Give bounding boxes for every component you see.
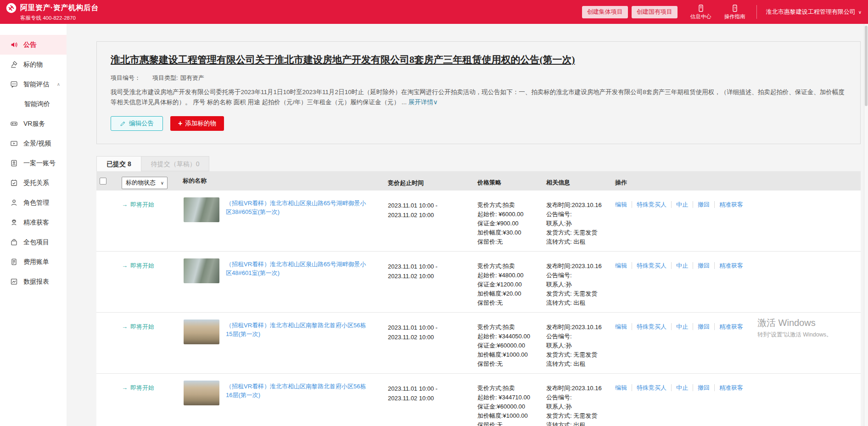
operation-guide[interactable]: ? 操作指南 [724, 4, 745, 20]
listing-photo[interactable] [184, 320, 219, 344]
price-line: 保留价:无 [477, 237, 546, 247]
message-center-icon [697, 4, 705, 12]
account-menu[interactable]: 淮北市惠黎建设工程管理有限公司 ∨ [766, 8, 862, 16]
action-link[interactable]: 中止 [671, 323, 688, 330]
arrow-right-icon: → [122, 262, 128, 269]
info-line: 公告编号: [546, 210, 615, 219]
price-line: 加价幅度:¥20.00 [477, 289, 546, 298]
action-link[interactable]: 撤回 [693, 201, 710, 208]
related-info-cell: 发布时间:2023.10.16公告编号:联系人:孙发货方式: 无需发货流转方式:… [546, 380, 615, 426]
action-link[interactable]: 特殊竞买人 [632, 384, 666, 391]
price-strategy-cell: 竞价方式:拍卖起始价: ¥344050.00保证金:¥60000.00加价幅度:… [477, 319, 546, 369]
gavel-icon [10, 61, 18, 68]
description-text: 我司受淮北市建设房地产开发有限公司委托将于2023年11月1日10时至2023年… [111, 89, 845, 106]
listing-link[interactable]: （招租VR看样）淮北市相山区南黎路北首府小区56栋16层(第一次) [226, 380, 370, 399]
sidebar-item-label: 智能询价 [24, 100, 50, 108]
price-line: 保证金:¥60000.00 [477, 341, 546, 350]
sidebar-item-label: 标的物 [23, 61, 43, 69]
status-text: 即将开始 [130, 201, 154, 208]
action-link[interactable]: 精准获客 [714, 323, 743, 330]
sidebar-item-precise-leads[interactable]: 精准获客 [0, 213, 67, 232]
create-collective-project-button[interactable]: 创建集体项目 [582, 6, 628, 18]
listing-status: →即将开始 [122, 319, 179, 369]
sidebar-item-vr-service[interactable]: VR服务 [0, 114, 67, 134]
listing-photo[interactable] [184, 258, 219, 283]
related-info-cell: 发布时间:2023.10.16公告编号:联系人:孙发货方式: 无需发货流转方式:… [546, 258, 615, 308]
action-link[interactable]: 撤回 [693, 262, 710, 269]
action-link[interactable]: 精准获客 [714, 384, 743, 391]
scrollbar-thumb[interactable] [865, 26, 868, 106]
listings-table: 标的物状态 ∨ 标的名称 竞价起止时间 价格策略 相关信息 操作 →即将开始（招… [96, 171, 861, 426]
edit-announcement-button[interactable]: 编辑公告 [111, 116, 163, 131]
sidebar-item-data-reports[interactable]: 数据报表 [0, 272, 67, 291]
bid-time-end: 2023.11.02 10:00 [388, 332, 477, 342]
sidebar-item-targets[interactable]: 标的物 [0, 55, 67, 74]
app-root: 阿里资产·资产机构后台 客服专线 400-822-2870 创建集体项目 创建国… [0, 0, 868, 426]
table-row: →即将开始（招租VR看样）淮北市相山区南黎路北首府小区56栋15层(第一次)20… [96, 313, 861, 374]
info-line: 联系人:孙 [546, 219, 615, 228]
tab-submitted[interactable]: 已提交 8 [96, 156, 141, 171]
headset-icon [10, 219, 18, 226]
action-link[interactable]: 精准获客 [714, 201, 743, 208]
listing-link[interactable]: （招租VR看样）淮北市相山区泉山路65号湖畔御景小区48#601室(第一次) [226, 258, 370, 277]
header-right: 创建集体项目 创建国有项目 信息中心 ? 操作指南 淮北市惠黎建设工程管理有限公… [578, 4, 868, 20]
action-link[interactable]: 编辑 [615, 384, 627, 391]
action-link[interactable]: 精准获客 [714, 262, 743, 269]
listing-photo[interactable] [184, 197, 219, 222]
info-line: 发货方式: 无需发货 [546, 350, 615, 359]
create-stateowned-project-button[interactable]: 创建国有项目 [632, 6, 678, 18]
chevron-up-icon[interactable]: ∧ [57, 82, 60, 87]
action-link[interactable]: 特殊竞买人 [632, 262, 666, 269]
action-link[interactable]: 撤回 [693, 323, 710, 330]
message-center[interactable]: 信息中心 [690, 4, 711, 20]
action-link[interactable]: 特殊竞买人 [632, 323, 666, 330]
action-link[interactable]: 撤回 [693, 384, 710, 391]
bid-time-end: 2023.11.02 10:00 [388, 210, 477, 220]
sidebar-item-announcements[interactable]: 公告 [0, 35, 67, 55]
top-header: 阿里资产·资产机构后台 客服专线 400-822-2870 创建集体项目 创建国… [0, 0, 868, 24]
action-link[interactable]: 编辑 [615, 201, 627, 208]
sidebar-item-smart-evaluation[interactable]: 智能评估∧ [0, 74, 67, 94]
sidebar-item-label: 数据报表 [23, 278, 49, 286]
bill-icon [10, 258, 18, 266]
action-link[interactable]: 编辑 [615, 323, 627, 330]
listing-link[interactable]: （招租VR看样）淮北市相山区南黎路北首府小区56栋15层(第一次) [226, 319, 370, 338]
expand-details-link[interactable]: 展开详情∨ [409, 99, 438, 106]
bid-time-cell: 2023.11.01 10:00 -2023.11.02 10:00 [388, 319, 477, 369]
info-line: 流转方式: 出租 [546, 359, 615, 369]
sidebar-item-expense-bills[interactable]: 费用账单 [0, 252, 67, 272]
table-row: →即将开始（招租VR看样）淮北市相山区南黎路北首府小区56栋16层(第一次)20… [96, 374, 861, 426]
tab-draft[interactable]: 待提交（草稿）0 [141, 156, 210, 171]
listing-status: →即将开始 [122, 258, 179, 308]
listing-link[interactable]: （招租VR看样）淮北市相山区泉山路65号湖畔御景小区38#605室(第一次) [226, 197, 370, 216]
sidebar-item-full-package[interactable]: 全包项目 [0, 232, 67, 252]
action-link[interactable]: 编辑 [615, 262, 627, 269]
announcement-actions: 编辑公告 + 添加标的物 [111, 116, 846, 131]
column-header-actions: 操作 [615, 175, 861, 187]
status-filter-select[interactable]: 标的物状态 ∨ [122, 177, 168, 189]
action-link[interactable]: 特殊竞买人 [632, 201, 666, 208]
sidebar-item-one-case-account[interactable]: 一案一账号 [0, 153, 67, 173]
sidebar-item-label: 费用账单 [23, 258, 49, 266]
project-type-value: 国有资产 [180, 74, 204, 81]
app-title: 阿里资产·资产机构后台 [20, 3, 99, 13]
sidebar-item-role-management[interactable]: 角色管理 [0, 193, 67, 213]
sidebar-item-panorama-video[interactable]: 全景/视频 [0, 134, 67, 153]
sidebar-item-smart-inquiry[interactable]: 智能询价 [0, 94, 67, 114]
action-link[interactable]: 中止 [671, 201, 688, 208]
listing-photo[interactable] [184, 381, 219, 405]
row-actions-cell: 编辑特殊竞买人中止撤回精准获客 [615, 197, 861, 247]
project-type-label: 项目类型: [152, 74, 178, 81]
operation-guide-label: 操作指南 [724, 13, 745, 20]
add-target-button[interactable]: + 添加标的物 [170, 116, 224, 131]
person-icon [10, 199, 18, 207]
action-link[interactable]: 中止 [671, 262, 688, 269]
vr-icon [10, 120, 18, 128]
column-header-price: 价格策略 [477, 174, 546, 187]
select-all-checkbox[interactable] [100, 178, 106, 185]
info-line: 发货方式: 无需发货 [546, 411, 615, 420]
action-link[interactable]: 中止 [671, 384, 688, 391]
vertical-scrollbar[interactable] [864, 24, 868, 426]
idcard-icon [10, 159, 18, 167]
sidebar-item-entrust-relation[interactable]: 受托关系 [0, 173, 67, 193]
